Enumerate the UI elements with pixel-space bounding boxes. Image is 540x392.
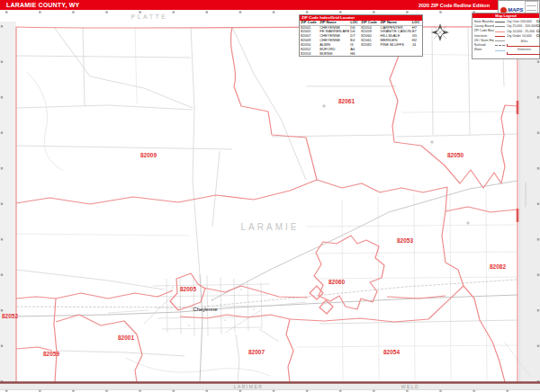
legend-city-items: City Over 100,000CityCity 25,000 - 100,0…	[507, 20, 540, 40]
scale-bar-miles: Miles	[507, 40, 540, 47]
streams	[27, 72, 531, 378]
legend-city-class: City Under 10,000City	[507, 34, 540, 39]
index-table-cell: 82053	[300, 52, 319, 57]
index-table-row: 82053BURNSH6	[300, 52, 422, 57]
compass-icon	[431, 23, 449, 41]
legend-item-water: Water	[474, 48, 505, 52]
legend-line-items: State BoundaryCounty BoundaryZIP Code Bo…	[474, 20, 505, 55]
map-page: 8206182009820508205382082820608200582052…	[0, 0, 540, 392]
index-table-cell	[411, 52, 422, 57]
map-legend: Map Legend State BoundaryCounty Boundary…	[472, 13, 540, 59]
index-table-cell	[360, 52, 379, 57]
title-bar: LARAMIE COUNTY, WY 2020 ZIP Code Redline…	[0, 0, 498, 10]
page-title: LARAMIE COUNTY, WY	[6, 2, 79, 8]
legend-line-sample	[495, 45, 505, 46]
roads-major	[16, 181, 518, 382]
legend-line-sample	[495, 31, 505, 32]
grid-ticks	[2, 13, 538, 391]
index-table-cell: BURNS	[319, 52, 349, 57]
outside-right-strip	[519, 22, 540, 383]
legend-line-sample	[495, 26, 505, 27]
legend-line-sample	[495, 50, 505, 51]
map-canvas	[0, 0, 540, 392]
place-markers	[322, 104, 470, 225]
index-col-header: ZIP Code	[300, 21, 319, 25]
index-table-cell	[379, 52, 410, 57]
legend-line-sample	[495, 40, 505, 41]
city-sample: City	[536, 34, 540, 39]
outside-bottom-strip	[0, 384, 540, 390]
zip-boundaries	[16, 27, 518, 382]
zip-index-table: ZIP Code Index/Grid Locator ZIP CodeZIP …	[299, 14, 423, 57]
index-col-header: ZIP Code	[360, 21, 379, 25]
county-border	[0, 27, 540, 383]
legend-line-sample	[495, 36, 505, 37]
legend-line-sample	[495, 22, 505, 22]
scale-bar-km: Kilometers	[507, 49, 540, 55]
roads-minor	[16, 27, 518, 382]
edition-label: 2020 ZIP Code Redline Edition	[418, 3, 490, 8]
outside-left-strip	[0, 22, 16, 383]
index-table-cell: H6	[349, 52, 360, 57]
roads-grid-east	[16, 27, 518, 382]
